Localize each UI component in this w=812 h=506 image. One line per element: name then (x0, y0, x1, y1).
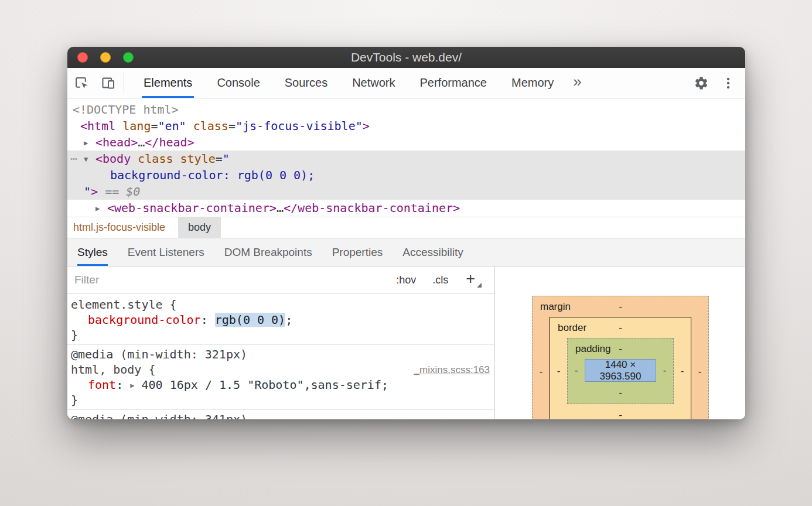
dom-overflow-dots: ⋯ (70, 151, 77, 167)
css-closing-brace-line[interactable]: } (67, 327, 494, 343)
tab-styles[interactable]: Styles (67, 238, 118, 266)
tab-sources[interactable]: Sources (272, 68, 340, 98)
tree-line-web-snackbar-container[interactable]: ▶<web-snackbar-container>…</web-snackbar… (67, 200, 745, 216)
device-toolbar-icon (100, 75, 116, 91)
tab-elements[interactable]: Elements (131, 68, 204, 98)
tree-line-html-open[interactable]: <html lang="en" class="js-focus-visible"… (67, 118, 745, 134)
css-line-text: background-color: rgb(0 0 0); (88, 313, 292, 327)
window-titlebar[interactable]: DevTools - web.dev/ (67, 47, 745, 68)
toolbar-divider (124, 73, 124, 93)
css-line-text: html, body { (71, 363, 156, 377)
css-selector-line[interactable]: element.style { (67, 297, 494, 312)
tree-line-text: <!DOCTYPE html> (73, 102, 179, 117)
styles-sidebar-tabs: Styles Event Listeners DOM Breakpoints P… (67, 238, 745, 266)
border-top-value[interactable]: - (619, 322, 622, 333)
devtools-window: DevTools - web.dev/ Elements Console Sou… (67, 47, 745, 419)
border-bottom-value[interactable]: - (619, 409, 622, 419)
stylesheet-source-link[interactable]: _mixins.scss:163 (414, 363, 490, 378)
inspect-element-button[interactable] (67, 68, 94, 98)
elements-sidebar-content: :hov .cls + element.style { background-c… (67, 266, 745, 419)
box-model-padding[interactable]: padding - - 1440 × 3963.590 - (567, 338, 674, 404)
traffic-light-minimize[interactable] (100, 52, 111, 63)
padding-bottom-value[interactable]: - (619, 387, 622, 398)
css-selector-line[interactable]: html, body {_mixins.scss:163 (67, 362, 494, 377)
box-model-diagram: margin - - border - - (532, 296, 709, 419)
rule-separator (67, 344, 494, 345)
gear-icon (694, 76, 709, 91)
padding-top-value[interactable]: - (619, 343, 622, 354)
styles-rules-list: element.style { background-color: rgb(0 … (67, 294, 494, 419)
css-media-query-line-clipped[interactable]: @media (min-width: 341px) (67, 412, 494, 419)
tree-line-doctype[interactable]: <!DOCTYPE html> (67, 101, 745, 118)
margin-right-value[interactable]: - (691, 317, 708, 419)
css-property-line[interactable]: font: ▶ 400 16px / 1.5 "Roboto",sans-ser… (67, 377, 494, 392)
devtools-toolbar: Elements Console Sources Network Perform… (67, 68, 745, 98)
tree-line-head[interactable]: ▶<head>…</head> (67, 134, 745, 151)
border-left-value[interactable]: - (550, 338, 567, 404)
css-closing-brace-line[interactable]: } (67, 392, 494, 408)
new-style-rule-button[interactable]: + (466, 271, 475, 289)
device-toolbar-button[interactable] (94, 68, 121, 98)
styles-filter-bar: :hov .cls + (67, 266, 494, 294)
box-model-content[interactable]: 1440 × 3963.590 (585, 359, 656, 382)
content-dimensions: 1440 × 3963.590 (585, 359, 656, 382)
element-class-toggle[interactable]: .cls (432, 274, 448, 286)
margin-label: margin (540, 296, 571, 317)
css-line-text: } (71, 328, 78, 342)
tree-line-text: <body class style=" (95, 152, 230, 166)
expand-arrow-icon[interactable]: ▶ (95, 200, 107, 217)
css-line-text: element.style { (71, 298, 177, 312)
breadcrumb-html[interactable]: html.js-focus-visible (67, 217, 168, 238)
box-model-border[interactable]: border - - padding - (550, 317, 691, 419)
border-label: border (558, 317, 586, 338)
window-title: DevTools - web.dev/ (67, 50, 745, 64)
tree-line-body-open[interactable]: ⋯▼<body class style=" (67, 151, 745, 167)
css-media-query-line[interactable]: @media (min-width: 321px) (67, 347, 494, 362)
padding-label: padding (575, 339, 611, 359)
tab-event-listeners[interactable]: Event Listeners (118, 238, 214, 266)
window-controls (77, 52, 134, 63)
rule-separator (67, 409, 494, 410)
traffic-light-zoom[interactable] (123, 52, 134, 63)
padding-left-value[interactable]: - (568, 359, 585, 382)
settings-button[interactable] (688, 68, 715, 98)
breadcrumb-body[interactable]: body (178, 217, 221, 238)
css-line-text: @media (min-width: 341px) (71, 412, 247, 419)
css-line-text: font: ▶ 400 16px / 1.5 "Roboto",sans-ser… (88, 378, 388, 392)
box-model-margin[interactable]: margin - - border - - (532, 296, 709, 419)
new-rule-dropdown-triangle[interactable] (477, 283, 482, 288)
tab-properties[interactable]: Properties (322, 238, 393, 266)
expand-arrow-icon[interactable]: ▶ (84, 135, 95, 151)
margin-top-value[interactable]: - (619, 301, 622, 312)
more-tabs-button[interactable]: » (566, 74, 588, 93)
tab-accessibility[interactable]: Accessibility (393, 238, 473, 266)
traffic-light-close[interactable] (77, 52, 88, 63)
tab-console[interactable]: Console (204, 68, 272, 98)
tree-line-text: <html lang="en" class="js-focus-visible"… (80, 119, 370, 133)
tab-memory[interactable]: Memory (499, 68, 566, 98)
css-line-text: @media (min-width: 321px) (71, 347, 247, 361)
tab-dom-breakpoints[interactable]: DOM Breakpoints (214, 238, 322, 266)
css-property-line[interactable]: background-color: rgb(0 0 0); (67, 312, 494, 327)
breadcrumb-bar: html.js-focus-visible body (67, 217, 745, 238)
tree-line-body-open-end[interactable]: "> == $0 (67, 183, 745, 200)
dom-tree: <!DOCTYPE html> <html lang="en" class="j… (67, 98, 745, 217)
tree-line-text: <head>…</head> (95, 135, 195, 149)
pseudo-class-toggle[interactable]: :hov (396, 274, 416, 286)
panel-tabs: Elements Console Sources Network Perform… (131, 68, 566, 98)
styles-pane: :hov .cls + element.style { background-c… (67, 266, 495, 419)
margin-left-value[interactable]: - (533, 317, 550, 419)
kebab-menu-icon (721, 76, 736, 91)
tab-performance[interactable]: Performance (408, 68, 500, 98)
padding-right-value[interactable]: - (656, 359, 673, 382)
tree-line-body-style-value[interactable]: background-color: rgb(0 0 0); (67, 167, 745, 183)
style-filter-input[interactable] (74, 273, 380, 286)
collapse-arrow-icon[interactable]: ▼ (84, 151, 95, 167)
tree-line-text: "> == $0 (84, 184, 140, 199)
more-options-button[interactable] (715, 68, 742, 98)
tab-network[interactable]: Network (340, 68, 407, 98)
tree-line-text: background-color: rgb(0 0 0); (110, 168, 315, 182)
box-model-pane: margin - - border - - (495, 266, 745, 419)
border-right-value[interactable]: - (674, 338, 691, 404)
inspect-cursor-icon (73, 75, 89, 91)
